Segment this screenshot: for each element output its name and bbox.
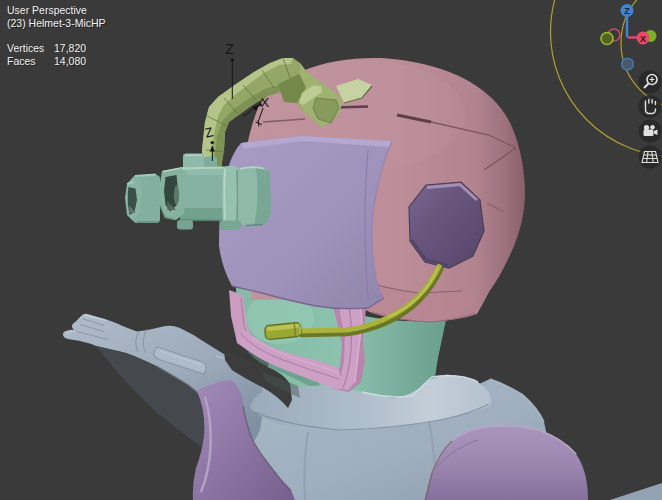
svg-text:X: X (261, 95, 270, 110)
svg-text:Faces: Faces (7, 55, 36, 67)
svg-text:X: X (640, 34, 646, 44)
svg-text:17,820: 17,820 (54, 42, 86, 54)
svg-text:Z: Z (226, 41, 235, 57)
svg-text:Z: Z (624, 6, 630, 16)
svg-text:(23) Helmet-3-MicHP: (23) Helmet-3-MicHP (7, 17, 106, 29)
svg-text:User Perspective: User Perspective (7, 4, 87, 16)
svg-text:Vertices: Vertices (7, 42, 44, 54)
svg-text:14,080: 14,080 (54, 55, 86, 67)
